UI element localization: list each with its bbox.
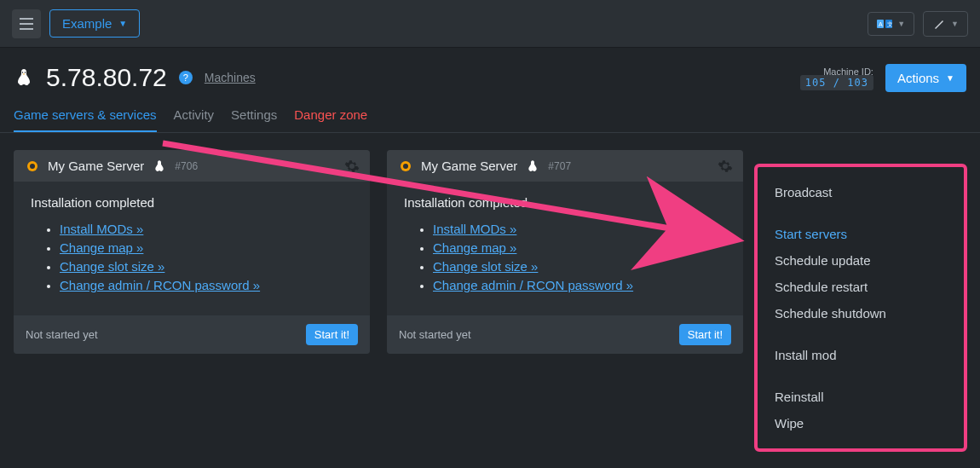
caret-down-icon: ▼ [946,73,954,83]
server-card: My Game Server #706 Installation complet… [14,150,370,354]
linux-icon [14,67,34,88]
menu-broadcast[interactable]: Broadcast [758,179,964,205]
game-icon [26,159,39,173]
svg-point-4 [22,72,23,72]
server-card-header: My Game Server #707 [387,150,743,182]
change-rcon-link[interactable]: Change admin / RCON password » [433,278,633,292]
tab-activity[interactable]: Activity [174,107,215,132]
tools-button[interactable]: ▼ [923,11,968,37]
machine-id-block: Machine ID: 105 / 103 [800,66,873,89]
project-selector-label: Example [62,16,112,31]
svg-point-9 [403,164,408,169]
tabs: Game servers & services Activity Setting… [0,92,980,133]
server-card: My Game Server #707 Installation complet… [387,150,743,354]
server-settings-button[interactable] [718,159,733,176]
server-card-header: My Game Server #706 [14,150,370,182]
start-server-button[interactable]: Start it! [679,324,731,345]
breadcrumb-machines[interactable]: Machines [205,71,256,84]
menu-start-servers[interactable]: Start servers [758,221,964,247]
tab-settings[interactable]: Settings [231,107,277,132]
server-status-title: Installation completed [404,195,726,210]
gear-icon [344,159,360,174]
menu-install-mod[interactable]: Install mod [758,342,964,368]
tab-game-servers[interactable]: Game servers & services [14,107,157,132]
language-button[interactable]: A文 ▼ [868,12,914,36]
actions-button[interactable]: Actions ▼ [885,64,966,92]
start-server-button[interactable]: Start it! [306,324,358,345]
server-card-body: Installation completed Install MODs » Ch… [14,182,370,315]
svg-point-7 [30,164,35,169]
linux-icon [153,159,166,173]
menu-schedule-shutdown[interactable]: Schedule shutdown [758,300,964,326]
svg-point-5 [25,72,26,72]
install-mods-link[interactable]: Install MODs » [60,222,143,236]
tab-danger-zone[interactable]: Danger zone [294,107,367,132]
change-map-link[interactable]: Change map » [60,240,143,255]
change-slot-link[interactable]: Change slot size » [433,259,538,274]
help-icon[interactable]: ? [179,71,193,84]
caret-down-icon: ▼ [951,20,959,28]
server-card-title: My Game Server [48,159,144,173]
change-map-link[interactable]: Change map » [433,240,516,255]
translate-icon: A文 [877,18,892,30]
server-card-body: Installation completed Install MODs » Ch… [387,182,743,315]
server-footer-status: Not started yet [26,328,98,341]
actions-button-label: Actions [897,71,939,85]
menu-schedule-restart[interactable]: Schedule restart [758,274,964,300]
machine-id-value: 105 / 103 [800,75,873,90]
caret-down-icon: ▼ [897,20,905,28]
server-card-footer: Not started yet Start it! [387,315,743,354]
change-rcon-link[interactable]: Change admin / RCON password » [60,278,260,292]
server-card-id: #706 [175,160,198,172]
hamburger-icon [19,18,34,30]
change-slot-link[interactable]: Change slot size » [60,259,164,274]
linux-icon [526,159,539,173]
project-selector-button[interactable]: Example ▼ [49,9,140,38]
server-settings-button[interactable] [344,159,360,176]
server-card-footer: Not started yet Start it! [14,315,370,354]
game-icon [399,159,412,173]
server-card-id: #707 [548,160,571,172]
svg-text:A: A [879,21,883,27]
menu-wipe[interactable]: Wipe [758,410,964,436]
menu-reinstall[interactable]: Reinstall [758,384,964,410]
server-footer-status: Not started yet [399,328,471,341]
magic-wand-icon [932,17,946,31]
svg-text:文: 文 [887,21,892,27]
actions-dropdown: Broadcast Start servers Schedule update … [754,164,967,452]
menu-toggle-button[interactable] [12,9,41,38]
machine-ip: 5.78.80.72 [46,63,167,92]
server-card-title: My Game Server [421,159,517,173]
page-header: 5.78.80.72 ? Machines Machine ID: 105 / … [0,48,980,92]
install-mods-link[interactable]: Install MODs » [433,222,516,236]
gear-icon [718,159,733,174]
topbar: Example ▼ A文 ▼ ▼ [0,0,980,48]
menu-schedule-update[interactable]: Schedule update [758,247,964,274]
server-status-title: Installation completed [31,195,353,210]
caret-down-icon: ▼ [118,19,127,28]
